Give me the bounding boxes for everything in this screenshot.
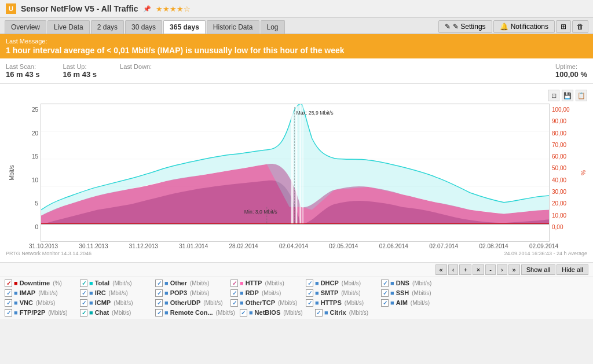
svg-rect-7 bbox=[295, 104, 297, 224]
legend-color-smtp: ■ bbox=[315, 289, 319, 296]
last-up-label: Last Up: bbox=[63, 63, 97, 70]
legend-check-dns[interactable]: ✓ bbox=[381, 280, 389, 287]
legend-check-ftpp2p[interactable]: ✓ bbox=[5, 309, 12, 317]
uptime-label: Uptime: bbox=[555, 63, 587, 70]
delete-button[interactable]: 🗑 bbox=[572, 20, 588, 33]
legend-color-https: ■ bbox=[315, 299, 319, 306]
legend-check-otherudp[interactable]: ✓ bbox=[155, 299, 163, 307]
tab-365days[interactable]: 365 days bbox=[163, 20, 206, 34]
legend-http: ✓ ■ HTTP (Mbit/s) bbox=[228, 278, 303, 288]
legend-other: ✓ ■ Other (Mbit/s) bbox=[153, 278, 228, 288]
legend-imap: ✓ ■ IMAP (Mbit/s) bbox=[2, 288, 78, 298]
legend-row-4: ✓ ■ FTP/P2P (Mbit/s) ✓ ■ Chat (Mbit/s) ✓… bbox=[2, 308, 591, 318]
legend-color-aim: ■ bbox=[390, 299, 394, 306]
star-rating[interactable]: ★★★★☆ bbox=[156, 5, 191, 13]
chart-toolbar: ⊡ 💾 📋 bbox=[6, 90, 587, 101]
legend-total: ✓ ■ Total (Mbit/s) bbox=[78, 278, 153, 288]
legend-check-http[interactable]: ✓ bbox=[230, 280, 238, 287]
hide-all-btn[interactable]: Hide all bbox=[557, 264, 588, 275]
chart-footer-left: PRTG Network Monitor 14.3.14.2046 bbox=[6, 251, 91, 256]
tab-historic-data[interactable]: Historic Data bbox=[207, 20, 259, 34]
legend-aim: ✓ ■ AIM (Mbit/s) bbox=[379, 298, 454, 308]
legend-color-citrix: ■ bbox=[324, 309, 328, 316]
nav-zoom-out-btn[interactable]: - bbox=[485, 264, 496, 275]
tab-30days[interactable]: 30 days bbox=[125, 20, 162, 34]
legend-check-irc[interactable]: ✓ bbox=[80, 289, 87, 297]
svg-rect-9 bbox=[302, 104, 303, 224]
nav-zoom-in-btn[interactable]: + bbox=[459, 264, 471, 275]
tab-bar: Overview Live Data 2 days 30 days 365 da… bbox=[0, 18, 593, 34]
legend-check-rdp[interactable]: ✓ bbox=[230, 289, 238, 297]
legend-check-netbios[interactable]: ✓ bbox=[240, 309, 247, 317]
nav-first-btn[interactable]: « bbox=[435, 264, 447, 275]
legend-area: ✓ ■ Downtime (%) ✓ ■ Total (Mbit/s) ✓ ■ … bbox=[0, 277, 593, 319]
last-scan-label: Last Scan: bbox=[6, 63, 40, 70]
legend-check-imap[interactable]: ✓ bbox=[5, 289, 12, 297]
legend-ssh: ✓ ■ SSH (Mbit/s) bbox=[379, 288, 454, 298]
legend-vnc: ✓ ■ VNC (Mbit/s) bbox=[2, 298, 78, 308]
chart-expand-btn[interactable]: ⊡ bbox=[548, 90, 559, 101]
chart-save-btn[interactable]: 💾 bbox=[562, 90, 573, 101]
legend-downtime: ✓ ■ Downtime (%) bbox=[2, 278, 78, 288]
legend-pop3: ✓ ■ POP3 (Mbit/s) bbox=[153, 288, 228, 298]
legend-color-rdp: ■ bbox=[240, 289, 244, 296]
legend-https: ✓ ■ HTTPS (Mbit/s) bbox=[303, 298, 379, 308]
legend-color-irc: ■ bbox=[89, 289, 93, 296]
tab-2days[interactable]: 2 days bbox=[91, 20, 124, 34]
chart-area: Max: 25,9 Mbit/s Min: 3,0 Mbit/s bbox=[41, 104, 550, 242]
notifications-button[interactable]: 🔔 Notifications bbox=[493, 20, 555, 33]
legend-check-https[interactable]: ✓ bbox=[306, 299, 313, 307]
legend-chat: ✓ ■ Chat (Mbit/s) bbox=[78, 308, 153, 318]
legend-check-othertcp[interactable]: ✓ bbox=[230, 299, 238, 307]
chart-copy-btn[interactable]: 📋 bbox=[576, 90, 587, 101]
legend-check-citrix[interactable]: ✓ bbox=[315, 309, 323, 317]
alert-bar: Last Message: 1 hour interval average of… bbox=[0, 34, 593, 58]
legend-rdp: ✓ ■ RDP (Mbit/s) bbox=[228, 288, 303, 298]
legend-otherudp: ✓ ■ OtherUDP (Mbit/s) bbox=[153, 298, 228, 308]
nav-next-btn[interactable]: › bbox=[497, 264, 507, 275]
legend-color-dhcp: ■ bbox=[315, 280, 319, 286]
legend-check-aim[interactable]: ✓ bbox=[381, 299, 389, 307]
chart-container: ⊡ 💾 📋 Mbit/s 25 20 15 10 5 0 bbox=[0, 84, 593, 262]
legend-check-other[interactable]: ✓ bbox=[155, 280, 163, 287]
legend-citrix: ✓ ■ Citrix (Mbit/s) bbox=[313, 308, 388, 318]
tab-live-data[interactable]: Live Data bbox=[47, 20, 90, 34]
legend-check-icmp[interactable]: ✓ bbox=[80, 299, 87, 307]
legend-check-chat[interactable]: ✓ bbox=[80, 309, 87, 317]
legend-check-downtime[interactable]: ✓ bbox=[5, 280, 12, 287]
y-axis-right-label: % bbox=[580, 170, 586, 175]
tab-log[interactable]: Log bbox=[261, 20, 285, 34]
legend-check-total[interactable]: ✓ bbox=[80, 280, 87, 287]
pin-icon: 📌 bbox=[143, 5, 151, 13]
legend-check-dhcp[interactable]: ✓ bbox=[306, 280, 313, 287]
tab-overview[interactable]: Overview bbox=[5, 20, 46, 34]
legend-remotecon: ✓ ■ Remote Con... (Mbit/s) bbox=[153, 308, 237, 318]
y-axis-left: 25 20 15 10 5 0 bbox=[17, 104, 41, 242]
nav-close-btn[interactable]: × bbox=[473, 264, 484, 275]
settings-button[interactable]: ✎ ✎ Settings bbox=[438, 20, 492, 33]
show-all-btn[interactable]: Show all bbox=[521, 264, 556, 275]
legend-check-pop3[interactable]: ✓ bbox=[155, 289, 163, 297]
last-up-value: 16 m 43 s bbox=[63, 70, 97, 79]
nav-prev-btn[interactable]: ‹ bbox=[448, 264, 459, 275]
nav-controls: « ‹ + × - › » Show all Hide all bbox=[0, 263, 593, 277]
legend-color-downtime: ■ bbox=[14, 280, 18, 286]
legend-color-ftpp2p: ■ bbox=[14, 309, 18, 316]
legend-color-otherudp: ■ bbox=[164, 299, 169, 306]
svg-rect-6 bbox=[291, 104, 294, 224]
legend-check-smtp[interactable]: ✓ bbox=[306, 289, 313, 297]
grid-button[interactable]: ⊞ bbox=[556, 20, 571, 33]
last-down-stat: Last Down: bbox=[120, 63, 152, 79]
svg-text:Max: 25,9 Mbit/s: Max: 25,9 Mbit/s bbox=[296, 110, 334, 116]
nav-last-btn[interactable]: » bbox=[508, 264, 520, 275]
legend-color-icmp: ■ bbox=[89, 299, 93, 306]
page-title: Sensor NetFlow V5 - All Traffic bbox=[21, 4, 138, 13]
legend-color-pop3: ■ bbox=[164, 289, 169, 296]
legend-check-vnc[interactable]: ✓ bbox=[5, 299, 12, 307]
legend-check-remotecon[interactable]: ✓ bbox=[155, 309, 163, 317]
title-bar: U Sensor NetFlow V5 - All Traffic 📌 ★★★★… bbox=[0, 0, 593, 18]
legend-check-ssh[interactable]: ✓ bbox=[381, 289, 389, 297]
legend-row-2: ✓ ■ IMAP (Mbit/s) ✓ ■ IRC (Mbit/s) ✓ ■ P… bbox=[2, 288, 591, 298]
legend-color-remotecon: ■ bbox=[164, 309, 169, 316]
alert-message: 1 hour interval average of < 0,01 Mbit/s… bbox=[6, 46, 587, 55]
